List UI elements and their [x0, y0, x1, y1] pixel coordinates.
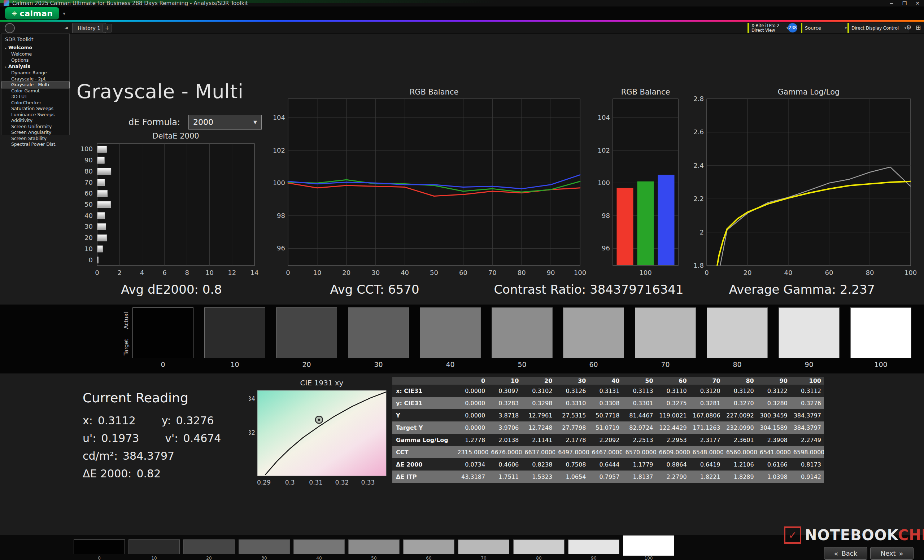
x-value: 0.3112 — [98, 414, 136, 427]
table-row-gamma-log-log: Gamma Log/Log1.27782.01382.11412.17782.2… — [392, 434, 824, 446]
svg-text:10: 10 — [206, 269, 214, 276]
pattern-swatch-label-50: 50 — [348, 556, 399, 560]
target-row-label: Target — [123, 339, 130, 355]
svg-text:80: 80 — [84, 168, 93, 175]
svg-text:20: 20 — [744, 269, 752, 276]
source-selector[interactable]: Source ▾ — [801, 23, 850, 33]
maximize-button[interactable]: ❐ — [898, 0, 911, 6]
u-label: u': — [82, 432, 96, 445]
svg-text:90: 90 — [547, 269, 555, 276]
svg-text:8: 8 — [185, 269, 189, 276]
pattern-swatch-70[interactable] — [458, 539, 509, 554]
meter-selector[interactable]: X-Rite i1Pro 2 Direct View ▾ — [747, 23, 791, 33]
pattern-swatch-90[interactable] — [568, 539, 620, 554]
svg-text:80: 80 — [518, 269, 526, 276]
pattern-swatch-label-10: 10 — [129, 556, 180, 560]
brand-caret-icon[interactable]: ▾ — [63, 11, 65, 16]
close-button[interactable]: ✕ — [911, 0, 924, 6]
sidebar-item-luminance-sweeps[interactable]: Luminance Sweeps — [2, 112, 69, 118]
gray-swatch-40 — [420, 307, 481, 358]
svg-text:RGB Balance: RGB Balance — [621, 88, 670, 96]
de-formula-value: 2000 — [193, 118, 213, 127]
cdm2-label: cd/m²: — [82, 449, 118, 462]
actual-row-label: Actual — [123, 312, 130, 329]
calman-menu-button[interactable]: ✳ calman — [5, 7, 59, 19]
sidebar-item-saturation-sweeps[interactable]: Saturation Sweeps — [2, 106, 69, 112]
tab-history-1[interactable]: History 1 — [72, 23, 106, 33]
sidebar-section-welcome[interactable]: ▸Welcome — [2, 44, 69, 51]
cdm2-value: 384.3797 — [123, 449, 174, 462]
display-control-selector[interactable]: Direct Display Control ▾ — [848, 23, 909, 33]
gray-swatch-label-70: 70 — [635, 361, 696, 368]
gray-swatch-label-50: 50 — [492, 361, 553, 368]
sidebar-item-screen-uniformity[interactable]: Screen Uniformity — [2, 124, 69, 130]
back-button[interactable]: « Back — [824, 547, 867, 560]
svg-text:DeltaE 2000: DeltaE 2000 — [152, 132, 199, 140]
sidebar-item-screen-angularity[interactable]: Screen Angularity — [2, 130, 69, 136]
minimize-button[interactable]: ─ — [885, 0, 898, 6]
sidebar-item-grayscale-multi[interactable]: Grayscale - Multi — [2, 82, 69, 88]
svg-text:60: 60 — [825, 269, 833, 276]
tree-expander-icon[interactable]: ▸ — [5, 65, 6, 69]
window-controls: ─ ❐ ✕ — [885, 0, 924, 6]
tree-expander-icon[interactable]: ▸ — [5, 46, 6, 50]
meter-selector-label: X-Rite i1Pro 2 Direct View — [752, 24, 780, 33]
svg-text:102: 102 — [274, 147, 285, 154]
svg-text:0.29: 0.29 — [257, 479, 271, 486]
svg-text:2: 2 — [118, 269, 122, 276]
reading-de-row: ΔE 2000:0.82 — [82, 467, 160, 480]
pattern-swatch-60[interactable] — [403, 539, 454, 554]
svg-text:10: 10 — [84, 245, 93, 253]
de-formula-dropdown[interactable]: 2000 ▼ — [188, 115, 262, 130]
window-layout-button[interactable]: ⊞ — [914, 23, 922, 32]
sidebar-item-welcome[interactable]: Welcome — [2, 51, 69, 57]
sidebar-item-grayscale-2pt[interactable]: Grayscale - 2pt — [2, 76, 69, 82]
page-title: Grayscale - Multi — [76, 80, 244, 103]
svg-text:90: 90 — [84, 156, 93, 164]
sidebar-item-colorchecker[interactable]: ColorChecker — [2, 100, 69, 106]
pattern-swatch-50[interactable] — [348, 539, 399, 554]
y-value: 0.3276 — [176, 414, 214, 427]
tab-add-button[interactable]: + — [102, 24, 112, 33]
sidebar-item-options[interactable]: Options — [2, 57, 69, 63]
svg-text:0.33: 0.33 — [361, 479, 375, 486]
table-row-x-cie31: x: CIE310.00000.30970.31020.31260.31310.… — [392, 385, 824, 397]
pattern-swatch-0[interactable] — [74, 539, 125, 554]
svg-text:1.8: 1.8 — [693, 262, 704, 269]
pattern-swatch-80[interactable] — [513, 539, 564, 554]
svg-text:100: 100 — [639, 269, 651, 276]
gray-swatch-label-90: 90 — [778, 361, 840, 368]
svg-text:104: 104 — [274, 114, 285, 121]
source-selector-label: Source — [805, 25, 821, 31]
home-circle-button[interactable] — [5, 23, 15, 33]
sidebar-item-color-gamut[interactable]: Color Gamut — [2, 88, 69, 94]
sidebar-item-dynamic-range[interactable]: Dynamic Range — [2, 70, 69, 76]
settings-gear-button[interactable]: ⚙ — [904, 23, 913, 32]
pattern-swatch-label-20: 20 — [183, 556, 235, 560]
sidebar-item-spectral-power-dist[interactable]: Spectral Power Dist. — [2, 141, 69, 148]
svg-text:RGB Balance: RGB Balance — [410, 88, 459, 96]
sidebar-item-screen-stability[interactable]: Screen Stability — [2, 136, 69, 142]
pattern-swatch-40[interactable] — [294, 539, 345, 554]
next-button[interactable]: Next » — [870, 547, 914, 560]
svg-text:40: 40 — [400, 269, 409, 276]
stat-avg-cct: Avg CCT: 6570 — [330, 282, 419, 296]
v-value: 0.4674 — [183, 432, 221, 445]
svg-text:50: 50 — [84, 201, 93, 208]
sidebar-item-additivity[interactable]: Additivity — [2, 118, 69, 124]
svg-text:100: 100 — [81, 145, 93, 153]
pattern-swatch-100[interactable] — [623, 536, 674, 556]
table-row-e-itp: ΔE ITP43.31871.75111.53231.06540.79571.8… — [392, 470, 824, 483]
table-row-y: Y0.00003.871812.796127.531550.771881.446… — [392, 409, 824, 421]
v-label: v': — [165, 432, 178, 445]
next-icon: » — [899, 550, 903, 557]
sidebar-collapse-button[interactable]: ◄ — [63, 24, 70, 32]
pattern-swatch-30[interactable] — [238, 539, 290, 554]
meter-status-badge: 238 — [788, 23, 797, 33]
pattern-swatch-10[interactable] — [129, 539, 180, 554]
svg-text:104: 104 — [598, 114, 610, 121]
pattern-swatch-20[interactable] — [183, 539, 235, 554]
sidebar-item-3d-lut[interactable]: 3D LUT — [2, 94, 69, 100]
svg-text:6: 6 — [162, 269, 166, 276]
sidebar-section-analysis[interactable]: ▸Analysis — [2, 63, 69, 70]
